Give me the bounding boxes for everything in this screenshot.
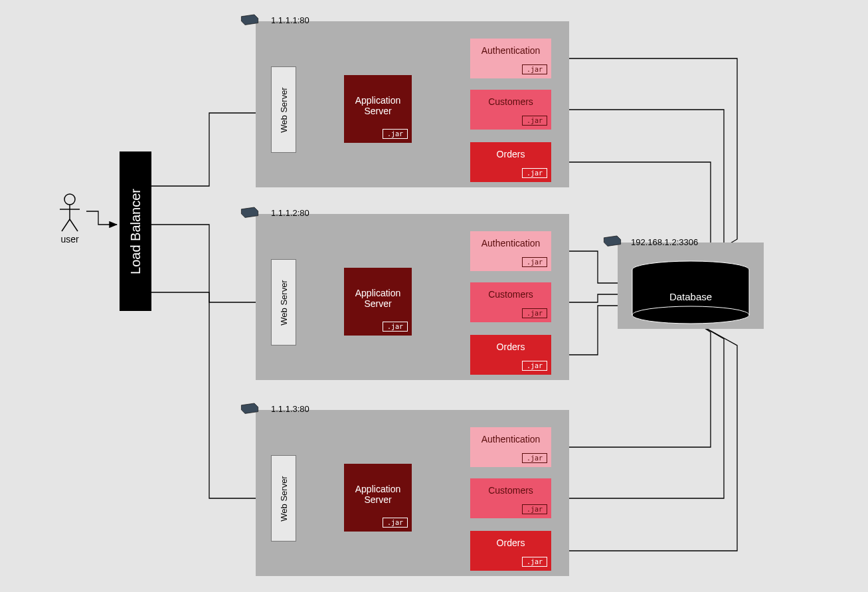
jar-badge: .jar bbox=[383, 322, 408, 332]
service-orders-1: Orders .jar bbox=[470, 142, 551, 182]
service-auth-3: Authentication .jar bbox=[470, 427, 551, 467]
load-balancer-label: Load Balancer bbox=[128, 189, 143, 274]
user-label: user bbox=[56, 234, 83, 245]
app-server-label: Application Server bbox=[344, 75, 412, 116]
svg-line-4 bbox=[70, 219, 78, 231]
app-server-label: Application Server bbox=[344, 268, 412, 309]
jar-badge: .jar bbox=[522, 453, 547, 463]
svg-point-0 bbox=[64, 194, 75, 205]
server-group-1-address: 1.1.1.1:80 bbox=[271, 15, 309, 25]
database-address: 192.168.1.2:3306 bbox=[631, 237, 698, 247]
jar-badge: .jar bbox=[522, 64, 547, 74]
service-label: Customers bbox=[470, 478, 551, 496]
web-server-3: Web Server bbox=[271, 455, 296, 542]
jar-badge: .jar bbox=[522, 308, 547, 318]
app-server-3: Application Server .jar bbox=[344, 464, 412, 532]
jar-badge: .jar bbox=[522, 116, 547, 126]
server-icon bbox=[603, 235, 622, 247]
jar-badge: .jar bbox=[522, 257, 547, 267]
service-label: Authentication bbox=[470, 231, 551, 248]
app-server-1: Application Server .jar bbox=[344, 75, 412, 143]
server-group-2-address: 1.1.1.2:80 bbox=[271, 208, 309, 218]
jar-badge: .jar bbox=[522, 504, 547, 514]
service-label: Customers bbox=[470, 90, 551, 107]
jar-badge: .jar bbox=[522, 168, 547, 178]
user-icon bbox=[56, 193, 83, 233]
service-label: Customers bbox=[470, 282, 551, 300]
service-label: Authentication bbox=[470, 427, 551, 444]
service-customers-1: Customers .jar bbox=[470, 90, 551, 130]
web-server-2: Web Server bbox=[271, 259, 296, 345]
service-label: Orders bbox=[470, 531, 551, 548]
service-customers-2: Customers .jar bbox=[470, 282, 551, 322]
svg-line-3 bbox=[62, 219, 70, 231]
web-server-label: Web Server bbox=[279, 476, 289, 521]
diagram-canvas: user Load Balancer bbox=[0, 0, 868, 592]
service-auth-2: Authentication .jar bbox=[470, 231, 551, 271]
server-icon bbox=[240, 13, 259, 25]
web-server-label: Web Server bbox=[279, 280, 289, 325]
app-server-label: Application Server bbox=[344, 464, 412, 505]
service-label: Authentication bbox=[470, 39, 551, 56]
web-server-1: Web Server bbox=[271, 66, 296, 153]
service-label: Orders bbox=[470, 335, 551, 352]
svg-point-7 bbox=[632, 306, 749, 324]
jar-badge: .jar bbox=[522, 557, 547, 567]
service-auth-1: Authentication .jar bbox=[470, 39, 551, 78]
service-label: Orders bbox=[470, 142, 551, 159]
jar-badge: .jar bbox=[383, 129, 408, 139]
jar-badge: .jar bbox=[522, 361, 547, 371]
app-server-2: Application Server .jar bbox=[344, 268, 412, 336]
service-customers-3: Customers .jar bbox=[470, 478, 551, 518]
server-icon bbox=[240, 402, 259, 414]
load-balancer: Load Balancer bbox=[120, 151, 151, 311]
service-orders-3: Orders .jar bbox=[470, 531, 551, 571]
server-icon bbox=[240, 206, 259, 218]
server-group-3-address: 1.1.1.3:80 bbox=[271, 404, 309, 414]
service-orders-2: Orders .jar bbox=[470, 335, 551, 375]
web-server-label: Web Server bbox=[279, 87, 289, 132]
database-label: Database bbox=[631, 291, 750, 302]
jar-badge: .jar bbox=[383, 518, 408, 528]
